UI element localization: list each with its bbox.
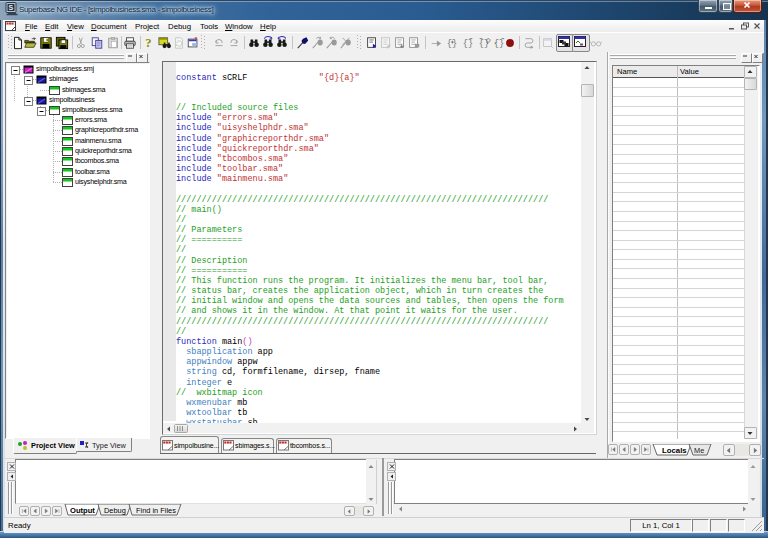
svg-text:{}: {} (463, 39, 473, 49)
svg-text:Me: Me (694, 446, 704, 455)
svg-text:Locals: Locals (662, 446, 687, 455)
svg-text:Find in Files: Find in Files (136, 506, 176, 515)
svg-text:Debug: Debug (104, 506, 126, 515)
svg-text:?: ? (145, 36, 151, 50)
svg-text:Output: Output (70, 506, 95, 515)
svg-text:S: S (9, 4, 14, 11)
svg-text:{}: {} (447, 39, 457, 49)
